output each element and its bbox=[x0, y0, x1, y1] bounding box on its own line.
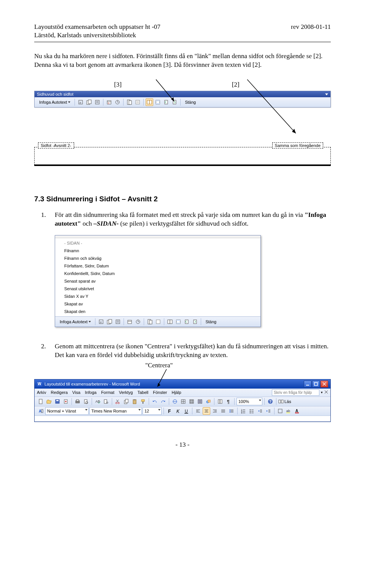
spellcheck-icon[interactable]: AB bbox=[94, 398, 102, 405]
svg-point-135 bbox=[250, 411, 251, 412]
dropdown-icon[interactable] bbox=[325, 93, 328, 95]
maximize-icon[interactable] bbox=[312, 381, 320, 387]
same-as-previous-icon[interactable] bbox=[166, 318, 174, 326]
format-page-number-icon[interactable] bbox=[94, 98, 101, 106]
insert-page-number-icon[interactable]: # bbox=[97, 318, 105, 326]
menu-visa[interactable]: Visa bbox=[72, 390, 80, 395]
help-icon[interactable]: ? bbox=[267, 398, 274, 405]
help-dropdown-icon[interactable]: ▾ bbox=[321, 390, 323, 394]
print-icon[interactable] bbox=[74, 398, 81, 405]
drawing-icon[interactable] bbox=[205, 398, 212, 405]
insert-table-icon[interactable] bbox=[188, 398, 195, 405]
styles-pane-icon[interactable]: A bbox=[37, 407, 44, 415]
show-hide-text-icon[interactable] bbox=[154, 318, 162, 326]
show-hide-paragraph-icon[interactable]: ¶ bbox=[225, 398, 232, 405]
menu-item-skapat-av[interactable]: Skapat av bbox=[55, 300, 260, 308]
menu-item-konfidentiellt[interactable]: Konfidentiellt, Sidnr, Datum bbox=[55, 270, 260, 277]
italic-icon[interactable]: K bbox=[174, 407, 182, 415]
menu-fonster[interactable]: Fönster bbox=[153, 390, 167, 395]
menu-item-sidan-xy[interactable]: Sidan X av Y bbox=[55, 292, 260, 300]
same-as-previous-icon[interactable] bbox=[146, 98, 153, 106]
menu-arkiv[interactable]: Arkiv bbox=[37, 390, 46, 395]
format-painter-icon[interactable] bbox=[139, 398, 147, 405]
autotext-button[interactable]: Infoga Autotext bbox=[37, 100, 73, 105]
page-setup-icon[interactable] bbox=[146, 318, 154, 326]
insert-time-icon[interactable] bbox=[114, 98, 121, 106]
menu-infoga[interactable]: Infoga bbox=[85, 390, 97, 395]
columns-icon[interactable] bbox=[196, 398, 204, 405]
switch-header-footer-icon[interactable] bbox=[175, 318, 182, 326]
research-icon[interactable] bbox=[102, 398, 110, 405]
menu-tabell[interactable]: Tabell bbox=[137, 390, 148, 395]
menu-item-skapat-den[interactable]: Skapat den bbox=[55, 308, 260, 315]
line-spacing-icon[interactable] bbox=[228, 407, 235, 415]
menu-item-senast-sparat[interactable]: Senast sparat av bbox=[55, 277, 260, 285]
menu-redigera[interactable]: Redigera bbox=[51, 390, 68, 395]
style-combo[interactable]: Normal + Vänst bbox=[45, 407, 89, 415]
undo-icon[interactable] bbox=[151, 398, 159, 405]
font-color-icon[interactable]: A bbox=[293, 407, 301, 415]
align-right-icon[interactable] bbox=[211, 407, 219, 415]
menu-item-sidan[interactable]: - SIDAN - bbox=[55, 239, 260, 247]
numbering-icon[interactable]: 123 bbox=[240, 407, 247, 415]
help-search-input[interactable] bbox=[272, 389, 319, 396]
align-center-icon[interactable] bbox=[203, 407, 210, 415]
print-preview-icon[interactable] bbox=[82, 398, 90, 405]
li1-text: För att din sidnumrering ska få formatet… bbox=[55, 211, 331, 228]
page-setup-icon[interactable] bbox=[125, 98, 133, 106]
menu-item-filnamn[interactable]: Filnamn bbox=[55, 247, 260, 254]
show-hide-text-icon[interactable] bbox=[134, 98, 141, 106]
format-page-number-icon[interactable] bbox=[114, 318, 122, 326]
highlight-icon[interactable]: ab bbox=[285, 407, 292, 415]
fontsize-combo[interactable]: 12 bbox=[143, 407, 162, 415]
open-icon[interactable] bbox=[45, 398, 53, 405]
paragraph-1: Nu ska du ha markören nere i sidfoten. F… bbox=[34, 52, 331, 70]
zoom-combo[interactable]: 100% bbox=[236, 398, 262, 405]
menu-verktyg[interactable]: Verktyg bbox=[119, 390, 133, 395]
copy-icon[interactable] bbox=[122, 398, 130, 405]
cut-icon[interactable] bbox=[114, 398, 122, 405]
menu-item-forfattare[interactable]: Författare, Sidnr, Datum bbox=[55, 262, 260, 270]
insert-page-number-icon[interactable]: # bbox=[77, 98, 84, 106]
increase-indent-icon[interactable] bbox=[265, 407, 272, 415]
menu-item-filnamn-sokvag[interactable]: Filnamn och sökväg bbox=[55, 254, 260, 262]
doc-close-icon[interactable] bbox=[324, 390, 328, 395]
bold-icon[interactable]: F bbox=[166, 407, 173, 415]
decrease-indent-icon[interactable] bbox=[256, 407, 264, 415]
close-button[interactable]: Stäng bbox=[203, 319, 219, 324]
doc-map-icon[interactable] bbox=[216, 398, 224, 405]
hyperlink-icon[interactable] bbox=[171, 398, 179, 405]
insert-pages-icon[interactable] bbox=[85, 98, 93, 106]
paste-icon[interactable] bbox=[131, 398, 138, 405]
tables-borders-icon[interactable] bbox=[179, 398, 187, 405]
new-doc-icon[interactable] bbox=[37, 398, 44, 405]
insert-pages-icon[interactable] bbox=[106, 318, 113, 326]
svg-rect-96 bbox=[198, 400, 200, 403]
borders-icon[interactable] bbox=[276, 407, 284, 415]
justify-icon[interactable] bbox=[219, 407, 227, 415]
insert-time-icon[interactable] bbox=[134, 318, 142, 326]
autotext-button[interactable]: Infoga Autotext bbox=[57, 319, 93, 324]
read-label: Läs bbox=[284, 399, 291, 404]
menu-hjalp[interactable]: Hjälp bbox=[171, 390, 181, 395]
save-icon[interactable] bbox=[54, 398, 61, 405]
window-close-icon[interactable] bbox=[321, 381, 328, 387]
font-combo[interactable]: Times New Roman bbox=[89, 407, 142, 415]
insert-date-icon[interactable] bbox=[126, 318, 133, 326]
underline-icon[interactable]: U bbox=[182, 407, 190, 415]
redo-icon[interactable] bbox=[159, 398, 167, 405]
minimize-icon[interactable] bbox=[304, 381, 311, 387]
bullets-icon[interactable] bbox=[248, 407, 256, 415]
show-next-icon[interactable] bbox=[191, 318, 199, 326]
read-button[interactable]: Läs bbox=[278, 399, 291, 404]
permissions-icon[interactable] bbox=[62, 398, 70, 405]
menu-item-senast-utskrivet[interactable]: Senast utskrivet bbox=[55, 285, 260, 292]
svg-rect-64 bbox=[56, 400, 59, 401]
show-previous-icon[interactable] bbox=[183, 318, 190, 326]
word-titlebar[interactable]: W Layoutstöd till examensarbetenrev - Mi… bbox=[35, 379, 330, 389]
insert-date-icon[interactable]: 5 bbox=[105, 98, 113, 106]
close-button[interactable]: Stäng bbox=[182, 100, 198, 105]
menu-format[interactable]: Format bbox=[101, 390, 114, 395]
align-left-icon[interactable] bbox=[194, 407, 202, 415]
svg-rect-79 bbox=[125, 399, 128, 403]
